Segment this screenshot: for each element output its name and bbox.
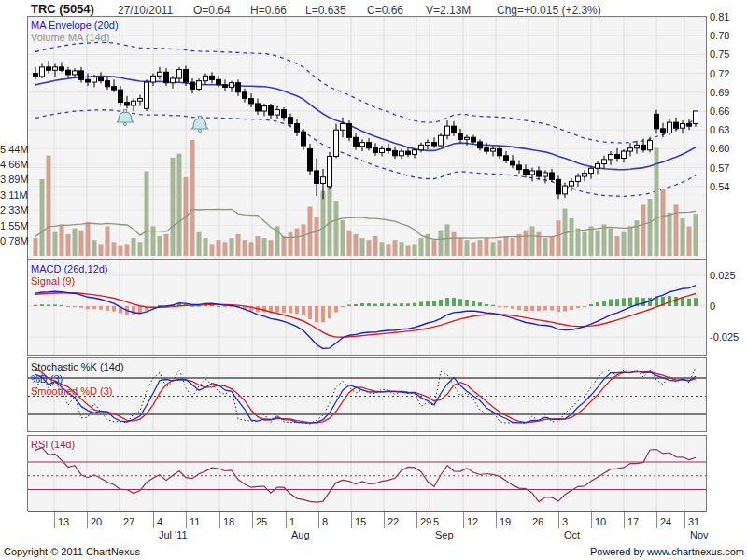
month-label: Nov: [690, 529, 709, 540]
month-label: Jul '11: [159, 529, 188, 540]
date-tick-label: 25: [256, 516, 267, 527]
volume-tick-label: 3.89M: [0, 175, 25, 185]
month-label: Sep: [435, 529, 454, 540]
price-tick-label: 0.63: [710, 125, 729, 135]
volume-tick-label: 0.78M: [0, 236, 25, 246]
low-value: L=0.635: [305, 4, 346, 17]
date-tick-mark: [463, 512, 464, 528]
date-tick-mark: [153, 512, 154, 528]
date-tick-label: 26: [532, 516, 543, 527]
date-tick-label: 15: [355, 516, 366, 527]
copyright-text: Copyright © 2011 ChartNexus: [4, 546, 140, 557]
date-tick-mark: [219, 512, 220, 528]
macd-tick-label: 0: [710, 301, 715, 312]
date-tick-mark: [684, 512, 685, 528]
symbol-label: TRC (5054): [31, 2, 94, 16]
date-tick-label: 27: [123, 516, 134, 527]
date-axis-separator: [28, 511, 707, 512]
date-tick-label: 22: [388, 516, 399, 527]
date-tick-label: 4: [157, 516, 162, 527]
powered-by-link[interactable]: Powered by www.chartnexus.com: [590, 546, 744, 557]
price-tick-label: 0.54: [710, 182, 729, 192]
date-tick-label: 31: [688, 516, 699, 527]
month-label: Aug: [291, 529, 310, 540]
date-tick-mark: [186, 512, 187, 528]
signal-label: Signal (9): [31, 275, 75, 287]
date-tick-mark: [120, 512, 120, 528]
date-tick-label: 24: [660, 516, 671, 527]
date-tick-mark: [351, 512, 352, 528]
date-tick-mark: [54, 512, 55, 528]
alert-bell-icon[interactable]: [190, 115, 210, 133]
rsi-panel-canvas[interactable]: [28, 436, 706, 511]
date-tick-label: 11: [190, 516, 200, 527]
price-tick-label: 0.72: [710, 69, 729, 79]
date-tick-mark: [318, 512, 319, 528]
macd-label: MACD (26d,12d): [31, 263, 108, 274]
volume-tick-label: 3.11M: [0, 190, 25, 201]
date-tick-label: 19: [500, 516, 511, 527]
stochastic-k-label: Stochastic %K (14d): [31, 361, 124, 372]
price-chart-canvas[interactable]: [28, 17, 706, 259]
date-tick-mark: [416, 512, 417, 528]
alert-bell-icon[interactable]: [115, 108, 135, 127]
date-tick-label: 1: [289, 516, 295, 527]
price-tick-label: 0.57: [710, 163, 729, 174]
date-tick-mark: [87, 512, 88, 528]
date-tick-label: 17: [627, 516, 639, 527]
volume-tick-label: 1.55M: [0, 221, 25, 231]
stochastic-sd-label: Smoothed %D (3): [31, 385, 112, 397]
date-label: 27/10/2011: [118, 4, 173, 17]
date-tick-label: 18: [223, 516, 234, 527]
date-tick-mark: [591, 512, 592, 528]
date-tick-mark: [286, 512, 287, 528]
macd-tick-label: 0.025: [710, 271, 736, 281]
date-tick-mark: [496, 512, 497, 528]
change-value: Chg=+0.015 (+2.3%): [497, 4, 601, 17]
date-tick-label: 3: [562, 516, 568, 527]
open-value: O=0.64: [193, 4, 231, 17]
close-value: C=0.66: [367, 4, 403, 17]
date-tick-mark: [384, 512, 385, 528]
price-tick-label: 0.60: [710, 144, 729, 154]
date-tick-mark: [624, 512, 625, 528]
stochastic-d-label: %D (3): [31, 373, 63, 385]
rsi-label: RSI (14d): [31, 439, 75, 450]
high-value: H=0.66: [250, 4, 287, 17]
volume-value: V=2.13M: [426, 4, 471, 17]
month-label: Oct: [564, 529, 580, 540]
date-tick-label: 13: [58, 516, 69, 527]
price-tick-label: 0.78: [710, 31, 729, 41]
volume-tick-label: 2.33M: [0, 205, 25, 216]
macd-panel-canvas[interactable]: [28, 260, 706, 355]
volume-ma-label: Volume MA (14d): [31, 32, 109, 43]
date-tick-label: 5: [433, 516, 439, 527]
price-tick-label: 0.69: [710, 88, 729, 98]
date-tick-mark: [656, 512, 657, 528]
price-tick-label: 0.81: [710, 12, 729, 22]
date-tick-label: 20: [91, 516, 102, 527]
volume-tick-label: 5.44M: [0, 145, 25, 155]
date-tick-mark: [252, 512, 253, 528]
date-tick-label: 12: [467, 516, 478, 527]
date-tick-label: 8: [322, 516, 328, 527]
price-tick-label: 0.66: [710, 106, 729, 117]
macd-tick-label: -0.025: [710, 332, 739, 343]
ma-envelope-label: MA Envelope (20d): [31, 20, 119, 31]
chartnexus-window: TRC (5054) 27/10/2011 O=0.64 H=0.66 L=0.…: [0, 0, 747, 560]
price-tick-label: 0.75: [710, 49, 729, 60]
date-tick-label: 10: [595, 516, 606, 527]
stochastic-panel-canvas[interactable]: [28, 358, 706, 431]
date-tick-mark: [558, 512, 559, 528]
date-tick-mark: [430, 512, 430, 528]
date-tick-mark: [529, 512, 529, 528]
volume-tick-label: 4.66M: [0, 160, 25, 170]
